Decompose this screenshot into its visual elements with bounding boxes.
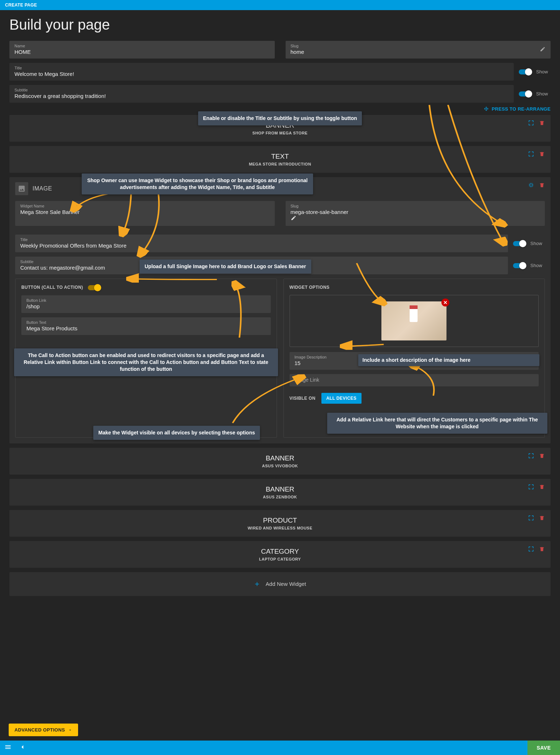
plus-icon: [254, 581, 260, 587]
trash-icon[interactable]: [539, 120, 545, 127]
callout-toggle: Enable or disable the Title or Subtitle …: [198, 111, 362, 125]
field-label: Slug: [291, 44, 546, 48]
image-link-field[interactable]: Image Link: [290, 374, 539, 386]
collapse-icon[interactable]: [528, 182, 534, 189]
name-field[interactable]: Name HOME: [9, 41, 275, 59]
page-title: Build your page: [9, 17, 551, 33]
button-text-field[interactable]: Button Text Mega Store Products: [21, 317, 271, 335]
callout-imglink: Add a Relative Link here that will direc…: [327, 413, 548, 434]
rearrange-button[interactable]: PRESS TO RE-ARRANGE: [484, 106, 551, 112]
widget-banner-zen[interactable]: BANNER ASUS ZENBOOK: [9, 479, 551, 506]
image-upload-box[interactable]: ✕: [290, 295, 539, 347]
callout-visible: Make the Widget visible on all devices b…: [93, 426, 260, 440]
title-field[interactable]: Title Welcome to Mega Store!: [9, 63, 514, 81]
widget-title-field[interactable]: Title Weekly Promotional Offers from Meg…: [15, 235, 508, 252]
image-thumbnail: [381, 301, 446, 340]
callout-cta: The Call to Action button can be enabled…: [14, 348, 278, 376]
cta-heading: BUTTON (CALL TO ACTION): [21, 285, 271, 290]
expand-icon[interactable]: [528, 515, 534, 522]
subtitle-field[interactable]: Subtitle Rediscover a great shopping tra…: [9, 85, 514, 103]
pencil-icon[interactable]: [540, 46, 546, 53]
all-devices-button[interactable]: ALL DEVICES: [321, 393, 362, 404]
widget-sub: MEGA STORE INTRODUCTION: [15, 162, 545, 166]
remove-image-button[interactable]: ✕: [441, 299, 449, 306]
callout-desc: Include a short description of the image…: [358, 354, 540, 366]
widget-text[interactable]: TEXT MEGA STORE INTRODUCTION: [9, 146, 551, 173]
widget-name-field[interactable]: Widget Name Mega Store Sale Banner: [15, 201, 275, 226]
expand-icon[interactable]: [528, 546, 534, 553]
title-row: Title Welcome to Mega Store! Show: [9, 63, 551, 81]
widget-banner-vivo[interactable]: BANNER ASUS VIVOBOOK: [9, 448, 551, 475]
move-icon: [484, 106, 489, 111]
expand-icon[interactable]: [528, 453, 534, 460]
widget-title-toggle[interactable]: [513, 241, 525, 246]
callout-upload: Upload a full Single Image here to add B…: [140, 259, 311, 274]
visible-on-row: VISIBLE ON ALL DEVICES: [290, 393, 539, 404]
image-desc-field[interactable]: Image Description 15 Include a short des…: [290, 352, 539, 370]
button-link-field[interactable]: Button Link /shop: [21, 295, 271, 313]
show-label: Show: [536, 69, 551, 74]
widget-category[interactable]: CATEGORY LAPTOP CATEGORY: [9, 541, 551, 568]
cta-toggle[interactable]: [88, 285, 100, 290]
cta-panel: BUTTON (CALL TO ACTION) Button Link /sho…: [15, 279, 277, 438]
widget-type: TEXT: [15, 153, 545, 160]
field-label: Subtitle: [14, 88, 509, 92]
opts-heading: WIDGET OPTIONS: [290, 285, 539, 290]
trash-icon[interactable]: [539, 484, 545, 491]
widget-product[interactable]: PRODUCT WIRED AND WIRELESS MOUSE: [9, 510, 551, 537]
show-label: Show: [530, 263, 545, 268]
widget-sub: SHOP FROM MEGA STORE: [15, 131, 545, 135]
subtitle-toggle[interactable]: [519, 91, 531, 96]
trash-icon[interactable]: [539, 546, 545, 553]
show-label: Show: [536, 91, 551, 96]
top-bar-label: CREATE PAGE: [5, 3, 37, 8]
page-content: Build your page Name HOME Slug home Titl…: [0, 10, 560, 610]
visible-label: VISIBLE ON: [290, 396, 316, 401]
pencil-icon[interactable]: [291, 216, 296, 222]
widget-label: IMAGE: [33, 185, 52, 192]
field-label: Name: [14, 44, 270, 48]
field-value: home: [291, 49, 546, 55]
widget-options-panel: WIDGET OPTIONS ✕ Image Description 15 In…: [283, 279, 545, 438]
expand-icon[interactable]: [528, 120, 534, 127]
slug-field[interactable]: Slug home: [286, 41, 551, 59]
image-icon: [15, 182, 28, 195]
widget-image-expanded: IMAGE Shop Owner can use Image Widget to…: [9, 177, 551, 443]
show-label: Show: [530, 241, 545, 246]
callout-image-head: Shop Owner can use Image Widget to showc…: [82, 173, 313, 194]
add-widget-button[interactable]: Add New Widget: [9, 572, 551, 596]
field-value: Rediscover a great shopping tradition!: [14, 93, 509, 99]
title-toggle[interactable]: [519, 69, 531, 74]
expand-icon[interactable]: [528, 151, 534, 158]
widget-slug-field[interactable]: Slug mega-store-sale-banner: [286, 201, 545, 226]
trash-icon[interactable]: [539, 515, 545, 522]
field-label: Title: [14, 66, 509, 70]
field-value: HOME: [14, 49, 270, 55]
expand-icon[interactable]: [528, 484, 534, 491]
trash-icon[interactable]: [539, 151, 545, 158]
top-bar: CREATE PAGE: [0, 0, 560, 10]
widget-subtitle-toggle[interactable]: [513, 263, 525, 268]
field-value: Welcome to Mega Store!: [14, 71, 509, 77]
subtitle-row: Subtitle Rediscover a great shopping tra…: [9, 85, 551, 103]
trash-icon[interactable]: [539, 182, 545, 189]
trash-icon[interactable]: [539, 453, 545, 460]
